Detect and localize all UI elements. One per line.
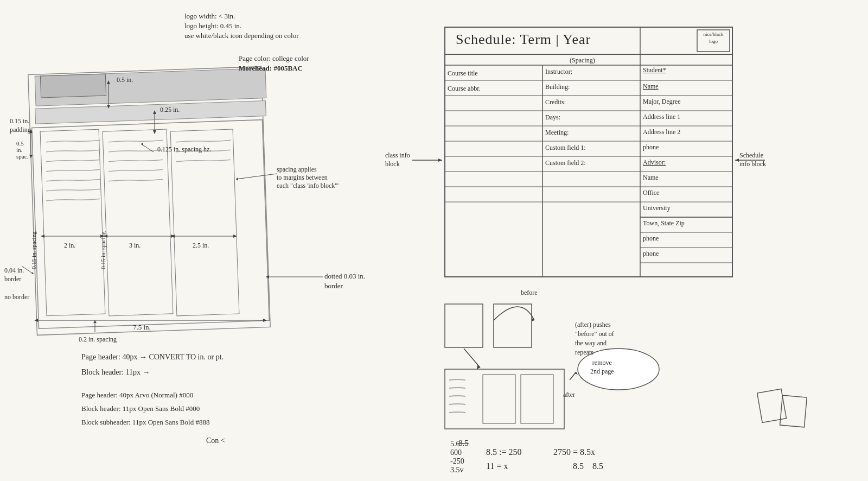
spacing-015-label2: 0.15 in. spacing xyxy=(100,231,106,269)
svg-marker-87 xyxy=(266,275,269,279)
con-label: Con < xyxy=(206,436,225,445)
before-label: before xyxy=(521,289,538,297)
advisor-town-label: Town, State Zip xyxy=(643,219,685,227)
svg-marker-16 xyxy=(233,235,237,238)
svg-marker-89 xyxy=(93,320,97,323)
logo-placeholder-label: nice/blacklogo xyxy=(698,31,729,45)
dim-05-label: 0.5in.spac. xyxy=(16,140,28,160)
after-pushes-note: (after) pushes"before" out ofthe way and… xyxy=(575,320,614,357)
svg-rect-72 xyxy=(494,304,532,347)
remove-2nd-page-label: remove2nd page xyxy=(590,358,614,376)
border-004-label: 0.04 in.border xyxy=(4,266,24,283)
svg-rect-73 xyxy=(445,369,564,429)
dim-25in-label: 2.5 in. xyxy=(193,242,209,250)
svg-rect-83 xyxy=(780,395,807,427)
svg-rect-2 xyxy=(40,74,106,98)
svg-rect-82 xyxy=(757,389,787,422)
svg-rect-75 xyxy=(521,375,553,423)
custom-field-2-label: Custom field 2: xyxy=(545,159,586,167)
building-label: Building: xyxy=(545,83,570,91)
spacing-label: (Spacing) xyxy=(570,56,595,65)
dim-3in-label: 3 in. xyxy=(129,242,141,250)
instructor-label: Instructor: xyxy=(545,68,572,76)
logo-icon-note: use white/black icon depending on color xyxy=(184,31,298,40)
advisor-phone-2-label: phone xyxy=(643,250,659,258)
svg-marker-93 xyxy=(141,143,143,145)
block-header-font-label: Block header: 11px Open Sans Bold #000 xyxy=(81,404,200,413)
block-subheader-font-label: Block subheader: 11px Open Sans Bold #88… xyxy=(81,418,209,427)
spacing-applies-label: spacing applies xyxy=(277,166,317,174)
svg-marker-9 xyxy=(41,235,44,238)
svg-marker-28 xyxy=(153,130,156,134)
spacing-025-label: 0.25 in. xyxy=(160,106,180,114)
block-header-px-label: Block header: 11px → xyxy=(81,368,150,377)
dim-2in-label: 2 in. xyxy=(64,242,75,250)
spacing-05-label: 0.5 in. xyxy=(117,76,133,84)
svg-marker-24 xyxy=(107,80,110,84)
spacing-0125-label: 0.125 in. spacing hz. xyxy=(157,145,211,154)
svg-line-80 xyxy=(570,372,576,380)
spacing-015-label: 0.15 in. spacing xyxy=(30,231,37,269)
logo-height-label: logo height: 0.45 in. xyxy=(184,22,241,30)
page-header-px-label: Page header: 40px → CONVERT TO in. or pt… xyxy=(81,353,224,362)
sketch-container: logo width: < 3in. logo height: 0.45 in.… xyxy=(0,0,868,481)
svg-rect-3 xyxy=(35,101,266,124)
dim-02in-label: 0.2 in. spacing xyxy=(79,336,117,344)
svg-rect-29 xyxy=(445,27,732,277)
math1-label: 8.5 := 25011 = x xyxy=(486,445,521,473)
svg-marker-21 xyxy=(34,319,38,322)
after-label: after xyxy=(563,391,575,399)
strikethrough-85: 8.5 xyxy=(458,439,469,448)
course-title-label: Course title xyxy=(448,69,478,78)
class-info-block-label: class infoblock xyxy=(385,151,410,168)
svg-rect-6 xyxy=(103,129,173,316)
svg-marker-81 xyxy=(575,372,578,375)
course-abbr-label: Course abbr. xyxy=(448,85,481,93)
morehead-color: Morehead: #005BAC xyxy=(239,64,303,73)
days-label: Days: xyxy=(545,113,560,122)
svg-rect-1 xyxy=(35,68,266,106)
svg-marker-85 xyxy=(31,272,34,274)
address-line2-label: Address line 2 xyxy=(643,128,680,136)
dotted-border-label: dotted 0.03 in.border xyxy=(324,271,365,291)
student-label: Student* xyxy=(643,66,666,74)
svg-marker-25 xyxy=(107,105,110,109)
svg-rect-74 xyxy=(483,375,515,423)
no-border-label: no border xyxy=(4,293,29,301)
svg-marker-27 xyxy=(153,110,156,114)
schedule-info-block-label: Scheduleinfo block xyxy=(739,151,766,168)
svg-marker-78 xyxy=(532,318,534,321)
svg-rect-4 xyxy=(32,120,270,329)
svg-rect-5 xyxy=(40,129,105,316)
svg-marker-70 xyxy=(735,159,739,162)
class-info-block-note: each "class 'info block'" xyxy=(277,182,339,190)
schedule-title: Schedule: Term | Year xyxy=(456,31,591,48)
svg-marker-68 xyxy=(438,159,442,162)
svg-line-76 xyxy=(464,349,480,368)
svg-marker-22 xyxy=(263,319,267,322)
meeting-label: Meeting: xyxy=(545,129,569,137)
svg-line-90 xyxy=(236,174,277,179)
to-margins-label: to margins between xyxy=(277,174,328,182)
major-degree-label: Major, Degree xyxy=(643,98,681,106)
name-label: Name xyxy=(643,83,659,91)
logo-width-label: logo width: < 3in. xyxy=(184,12,235,21)
svg-marker-77 xyxy=(477,365,480,369)
advisor-phone-label: phone xyxy=(643,235,659,243)
svg-marker-91 xyxy=(236,178,238,181)
svg-rect-0 xyxy=(28,67,270,336)
dim-75in-label: 7.5 in. xyxy=(133,323,151,332)
svg-marker-15 xyxy=(171,235,175,238)
advisor-office-label: Office xyxy=(643,189,659,197)
svg-rect-7 xyxy=(170,129,239,316)
page-color-label: Page color: college color xyxy=(239,54,309,63)
svg-line-92 xyxy=(141,144,154,152)
svg-marker-13 xyxy=(171,235,175,238)
svg-rect-71 xyxy=(445,304,483,347)
credits-label: Credits: xyxy=(545,98,566,106)
advisor-university-label: University xyxy=(643,204,671,212)
svg-marker-19 xyxy=(29,155,33,159)
math2-label: 2750 = 8.5x 8.5 8.5 xyxy=(553,445,603,473)
address-line1-label: Address line 1 xyxy=(643,113,680,121)
advisor-name-label: Name xyxy=(643,174,659,182)
